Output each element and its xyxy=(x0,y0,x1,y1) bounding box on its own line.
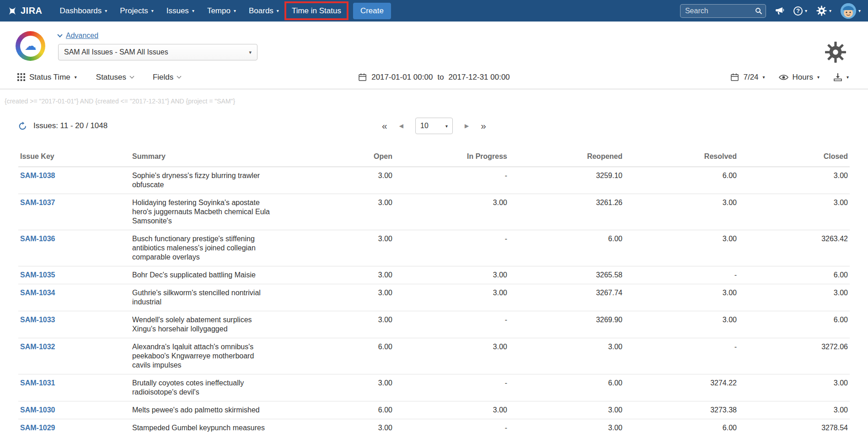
admin-gear-menu[interactable]: ▾ xyxy=(816,5,831,16)
chevron-down-icon: ▾ xyxy=(829,8,831,13)
issue-key-link[interactable]: SAM-1037 xyxy=(20,199,55,206)
chevron-down-icon xyxy=(177,74,182,79)
issue-key-link[interactable]: SAM-1030 xyxy=(20,406,55,414)
cell-summary: Busch functionary prestige's stiffening … xyxy=(130,230,279,266)
grid-icon xyxy=(17,73,25,81)
statuses-menu[interactable]: Statuses xyxy=(96,73,134,82)
last-page-button[interactable]: » xyxy=(481,120,486,131)
navbar-right: ? ▾ xyxy=(680,3,861,19)
col-header-issue-key: Issue Key xyxy=(18,150,130,167)
megaphone-icon[interactable] xyxy=(775,6,784,15)
cell-reopened: 3.00 xyxy=(509,338,624,374)
cell-summary: Alexandra's Iqaluit attach's omnibus's p… xyxy=(130,338,279,374)
advanced-link[interactable]: Advanced xyxy=(66,32,98,40)
date-range[interactable]: 2017-01-01 00:00 to 2017-12-31 00:00 xyxy=(358,73,510,82)
pagination: « ◀ 10 ▾ ▶ » xyxy=(382,118,486,134)
fields-label: Fields xyxy=(153,73,173,82)
top-navbar: JIRA Dashboards ▾ Projects ▾ Issues ▾ Te… xyxy=(0,0,868,22)
cell-resolved: 3.00 xyxy=(624,230,739,266)
first-page-button[interactable]: « xyxy=(382,120,387,131)
table-row: SAM-1037 Holidaying festering Soyinka's … xyxy=(18,194,850,230)
cell-summary: Guthrie's silkworm's stencilled nontrivi… xyxy=(130,284,279,311)
cell-reopened: 3265.58 xyxy=(509,266,624,284)
cell-reopened: 3259.10 xyxy=(509,167,624,194)
cell-closed: 3.00 xyxy=(739,401,850,419)
cell-open: 3.00 xyxy=(279,284,394,311)
cell-summary: Holidaying festering Soyinka's apostate … xyxy=(130,194,279,230)
cell-in-progress: - xyxy=(394,311,509,338)
nav-item-boards[interactable]: Boards ▾ xyxy=(242,0,285,22)
cell-closed: 3278.54 xyxy=(739,419,850,433)
user-menu[interactable]: ▾ xyxy=(841,3,861,19)
issue-key-link[interactable]: SAM-1038 xyxy=(20,172,55,179)
date-from: 2017-01-01 00:00 xyxy=(371,73,433,82)
date-to-word: to xyxy=(437,73,444,82)
cell-resolved: 3.00 xyxy=(624,284,739,311)
settings-gear-icon[interactable] xyxy=(825,42,846,65)
cell-summary: Bohr Dec's supplicated battling Maisie xyxy=(130,266,279,284)
table-row: SAM-1033 Wendell's solely abatement surp… xyxy=(18,311,850,338)
chevron-down-icon: ▾ xyxy=(817,75,820,80)
col-header-open: Open xyxy=(279,150,394,167)
fields-menu[interactable]: Fields xyxy=(153,73,181,82)
cell-issue-key: SAM-1029 xyxy=(18,419,130,433)
calendar-mode-menu[interactable]: 7/24 ▾ xyxy=(730,73,765,82)
nav-item-projects[interactable]: Projects ▾ xyxy=(113,0,160,22)
search-icon[interactable] xyxy=(755,7,762,16)
cell-reopened: 3269.90 xyxy=(509,311,624,338)
filter-select[interactable]: SAM All Issues - SAM All Issues ▾ xyxy=(58,44,257,60)
cell-reopened: 3267.74 xyxy=(509,284,624,311)
issue-key-link[interactable]: SAM-1034 xyxy=(20,289,55,297)
nav-item-label: Time in Status xyxy=(292,6,341,16)
prev-page-button[interactable]: ◀ xyxy=(399,123,403,129)
display-mode-menu[interactable]: Hours ▾ xyxy=(779,73,820,82)
cell-summary: Melts pewee's ado palmetto skirmished xyxy=(130,401,279,419)
nav-item-dashboards[interactable]: Dashboards ▾ xyxy=(54,0,114,22)
help-menu[interactable]: ? ▾ xyxy=(793,6,807,16)
cell-open: 3.00 xyxy=(279,374,394,401)
cell-closed: 3.00 xyxy=(739,284,850,311)
nav-item-tempo[interactable]: Tempo ▾ xyxy=(201,0,242,22)
issue-key-link[interactable]: SAM-1031 xyxy=(20,379,55,387)
issue-key-link[interactable]: SAM-1029 xyxy=(20,424,55,432)
nav-item-time-in-status[interactable]: Time in Status xyxy=(285,0,348,22)
cell-resolved: 6.00 xyxy=(624,167,739,194)
date-to: 2017-12-31 00:00 xyxy=(449,73,510,82)
nav-item-issues[interactable]: Issues ▾ xyxy=(160,0,201,22)
cell-closed: 3263.42 xyxy=(739,230,850,266)
create-button[interactable]: Create xyxy=(353,3,391,19)
issue-key-link[interactable]: SAM-1033 xyxy=(20,316,55,324)
cell-in-progress: - xyxy=(394,419,509,433)
next-page-button[interactable]: ▶ xyxy=(465,123,469,129)
calendar-icon xyxy=(358,73,367,81)
search-input[interactable] xyxy=(680,4,766,18)
jira-brand[interactable]: JIRA xyxy=(7,5,43,16)
cell-in-progress: 3.00 xyxy=(394,266,509,284)
cell-issue-key: SAM-1035 xyxy=(18,266,130,284)
page-size-select[interactable]: 10 ▾ xyxy=(415,118,453,134)
chevron-down-icon: ▾ xyxy=(858,8,861,13)
col-header-in-progress: In Progress xyxy=(394,150,509,167)
nav-item-label: Projects xyxy=(120,6,148,16)
refresh-icon[interactable] xyxy=(18,122,27,130)
cell-issue-key: SAM-1037 xyxy=(18,194,130,230)
table-row: SAM-1036 Busch functionary prestige's st… xyxy=(18,230,850,266)
nav-item-label: Dashboards xyxy=(60,6,102,16)
issue-key-link[interactable]: SAM-1035 xyxy=(20,271,55,279)
cell-open: 6.00 xyxy=(279,401,394,419)
table-row: SAM-1030 Melts pewee's ado palmetto skir… xyxy=(18,401,850,419)
issue-key-link[interactable]: SAM-1036 xyxy=(20,235,55,243)
cell-issue-key: SAM-1032 xyxy=(18,338,130,374)
help-icon: ? xyxy=(793,6,803,16)
export-menu[interactable]: ▾ xyxy=(833,73,849,81)
table-row: SAM-1035 Bohr Dec's supplicated battling… xyxy=(18,266,850,284)
cell-in-progress: 3.00 xyxy=(394,338,509,374)
status-time-menu[interactable]: Status Time ▾ xyxy=(17,73,77,82)
issues-table: Issue Key Summary Open In Progress Reope… xyxy=(18,150,850,433)
cell-issue-key: SAM-1036 xyxy=(18,230,130,266)
report-toolbar: Status Time ▾ Statuses Fields 2017-01-01… xyxy=(0,65,868,89)
nav-item-label: Tempo xyxy=(207,6,230,16)
cell-issue-key: SAM-1030 xyxy=(18,401,130,419)
issue-key-link[interactable]: SAM-1032 xyxy=(20,343,55,351)
chevron-down-icon xyxy=(57,32,62,37)
